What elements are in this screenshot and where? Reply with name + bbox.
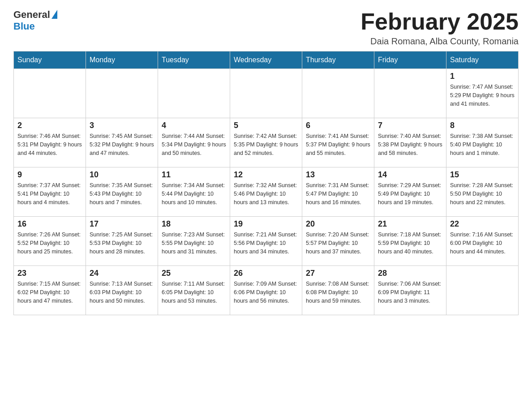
calendar-week-row: 2Sunrise: 7:46 AM Sunset: 5:31 PM Daylig… [14, 118, 519, 167]
day-info: Sunrise: 7:21 AM Sunset: 5:56 PM Dayligh… [234, 231, 298, 256]
calendar-cell: 1Sunrise: 7:47 AM Sunset: 5:29 PM Daylig… [446, 69, 519, 118]
calendar-cell: 21Sunrise: 7:18 AM Sunset: 5:59 PM Dayli… [374, 217, 446, 266]
calendar-week-row: 23Sunrise: 7:15 AM Sunset: 6:02 PM Dayli… [14, 266, 519, 315]
day-info: Sunrise: 7:35 AM Sunset: 5:43 PM Dayligh… [90, 181, 154, 206]
day-number: 8 [450, 121, 515, 130]
day-of-week-header: Monday [86, 51, 158, 69]
calendar-cell: 24Sunrise: 7:13 AM Sunset: 6:03 PM Dayli… [86, 266, 158, 315]
day-info: Sunrise: 7:16 AM Sunset: 6:00 PM Dayligh… [450, 231, 515, 256]
day-info: Sunrise: 7:45 AM Sunset: 5:32 PM Dayligh… [90, 132, 154, 157]
calendar-cell: 22Sunrise: 7:16 AM Sunset: 6:00 PM Dayli… [446, 217, 519, 266]
day-number: 9 [17, 170, 82, 180]
calendar-cell [158, 69, 230, 118]
day-number: 27 [306, 269, 370, 278]
day-number: 13 [306, 170, 370, 180]
calendar-cell: 17Sunrise: 7:25 AM Sunset: 5:53 PM Dayli… [86, 217, 158, 266]
day-number: 11 [162, 170, 226, 180]
day-number: 26 [234, 269, 298, 278]
day-of-week-header: Sunday [14, 51, 86, 69]
calendar-cell: 4Sunrise: 7:44 AM Sunset: 5:34 PM Daylig… [158, 118, 230, 167]
calendar-cell: 3Sunrise: 7:45 AM Sunset: 5:32 PM Daylig… [86, 118, 158, 167]
calendar-cell [446, 266, 519, 315]
calendar-cell: 23Sunrise: 7:15 AM Sunset: 6:02 PM Dayli… [14, 266, 86, 315]
day-info: Sunrise: 7:38 AM Sunset: 5:40 PM Dayligh… [450, 132, 515, 157]
day-info: Sunrise: 7:42 AM Sunset: 5:35 PM Dayligh… [234, 132, 298, 157]
calendar-cell: 18Sunrise: 7:23 AM Sunset: 5:55 PM Dayli… [158, 217, 230, 266]
calendar-table: SundayMondayTuesdayWednesdayThursdayFrid… [13, 51, 519, 315]
day-number: 2 [17, 121, 82, 130]
day-of-week-header: Thursday [302, 51, 374, 69]
day-number: 3 [90, 121, 154, 130]
calendar-cell: 2Sunrise: 7:46 AM Sunset: 5:31 PM Daylig… [14, 118, 86, 167]
month-title: February 2025 [360, 9, 519, 34]
day-info: Sunrise: 7:23 AM Sunset: 5:55 PM Dayligh… [162, 231, 226, 256]
day-info: Sunrise: 7:09 AM Sunset: 6:06 PM Dayligh… [234, 280, 298, 305]
day-number: 17 [90, 219, 154, 229]
day-info: Sunrise: 7:26 AM Sunset: 5:52 PM Dayligh… [17, 231, 82, 256]
day-info: Sunrise: 7:25 AM Sunset: 5:53 PM Dayligh… [90, 231, 154, 256]
day-number: 23 [17, 269, 82, 278]
day-number: 28 [378, 269, 442, 278]
logo-general-text: General [13, 9, 50, 21]
day-info: Sunrise: 7:18 AM Sunset: 5:59 PM Dayligh… [378, 231, 442, 256]
day-number: 24 [90, 269, 154, 278]
day-number: 14 [378, 170, 442, 180]
day-number: 1 [450, 72, 515, 81]
day-info: Sunrise: 7:13 AM Sunset: 6:03 PM Dayligh… [90, 280, 154, 305]
calendar-cell [302, 69, 374, 118]
calendar-week-row: 16Sunrise: 7:26 AM Sunset: 5:52 PM Dayli… [14, 217, 519, 266]
calendar-cell: 5Sunrise: 7:42 AM Sunset: 5:35 PM Daylig… [230, 118, 302, 167]
day-number: 15 [450, 170, 515, 180]
day-info: Sunrise: 7:40 AM Sunset: 5:38 PM Dayligh… [378, 132, 442, 157]
day-number: 21 [378, 219, 442, 229]
calendar-header-row: SundayMondayTuesdayWednesdayThursdayFrid… [14, 51, 519, 69]
day-info: Sunrise: 7:15 AM Sunset: 6:02 PM Dayligh… [17, 280, 82, 305]
calendar-cell: 27Sunrise: 7:08 AM Sunset: 6:08 PM Dayli… [302, 266, 374, 315]
day-number: 6 [306, 121, 370, 130]
logo-triangle-icon [51, 10, 57, 19]
day-number: 22 [450, 219, 515, 229]
day-of-week-header: Wednesday [230, 51, 302, 69]
calendar-week-row: 1Sunrise: 7:47 AM Sunset: 5:29 PM Daylig… [14, 69, 519, 118]
calendar-cell: 13Sunrise: 7:31 AM Sunset: 5:47 PM Dayli… [302, 167, 374, 217]
day-info: Sunrise: 7:44 AM Sunset: 5:34 PM Dayligh… [162, 132, 226, 157]
calendar-cell: 19Sunrise: 7:21 AM Sunset: 5:56 PM Dayli… [230, 217, 302, 266]
calendar-cell: 20Sunrise: 7:20 AM Sunset: 5:57 PM Dayli… [302, 217, 374, 266]
location-subtitle: Daia Romana, Alba County, Romania [360, 36, 519, 47]
title-section: February 2025 Daia Romana, Alba County, … [360, 9, 519, 47]
day-info: Sunrise: 7:08 AM Sunset: 6:08 PM Dayligh… [306, 280, 370, 305]
calendar-cell: 11Sunrise: 7:34 AM Sunset: 5:44 PM Dayli… [158, 167, 230, 217]
calendar-cell: 6Sunrise: 7:41 AM Sunset: 5:37 PM Daylig… [302, 118, 374, 167]
day-number: 18 [162, 219, 226, 229]
day-info: Sunrise: 7:47 AM Sunset: 5:29 PM Dayligh… [450, 83, 515, 108]
day-number: 7 [378, 121, 442, 130]
calendar-cell: 7Sunrise: 7:40 AM Sunset: 5:38 PM Daylig… [374, 118, 446, 167]
calendar-cell: 16Sunrise: 7:26 AM Sunset: 5:52 PM Dayli… [14, 217, 86, 266]
calendar-cell [14, 69, 86, 118]
day-number: 20 [306, 219, 370, 229]
calendar-week-row: 9Sunrise: 7:37 AM Sunset: 5:41 PM Daylig… [14, 167, 519, 217]
calendar-cell: 9Sunrise: 7:37 AM Sunset: 5:41 PM Daylig… [14, 167, 86, 217]
calendar-cell: 15Sunrise: 7:28 AM Sunset: 5:50 PM Dayli… [446, 167, 519, 217]
day-info: Sunrise: 7:20 AM Sunset: 5:57 PM Dayligh… [306, 231, 370, 256]
day-info: Sunrise: 7:37 AM Sunset: 5:41 PM Dayligh… [17, 181, 82, 206]
logo: General Blue [13, 9, 57, 32]
day-info: Sunrise: 7:34 AM Sunset: 5:44 PM Dayligh… [162, 181, 226, 206]
logo-blue-text: Blue [13, 21, 35, 32]
calendar-cell: 8Sunrise: 7:38 AM Sunset: 5:40 PM Daylig… [446, 118, 519, 167]
day-of-week-header: Saturday [446, 51, 519, 69]
day-info: Sunrise: 7:29 AM Sunset: 5:49 PM Dayligh… [378, 181, 442, 206]
calendar-cell [230, 69, 302, 118]
day-info: Sunrise: 7:41 AM Sunset: 5:37 PM Dayligh… [306, 132, 370, 157]
calendar-cell: 26Sunrise: 7:09 AM Sunset: 6:06 PM Dayli… [230, 266, 302, 315]
day-info: Sunrise: 7:32 AM Sunset: 5:46 PM Dayligh… [234, 181, 298, 206]
day-info: Sunrise: 7:46 AM Sunset: 5:31 PM Dayligh… [17, 132, 82, 157]
calendar-cell: 25Sunrise: 7:11 AM Sunset: 6:05 PM Dayli… [158, 266, 230, 315]
calendar-cell: 14Sunrise: 7:29 AM Sunset: 5:49 PM Dayli… [374, 167, 446, 217]
calendar-cell: 28Sunrise: 7:06 AM Sunset: 6:09 PM Dayli… [374, 266, 446, 315]
day-number: 19 [234, 219, 298, 229]
day-info: Sunrise: 7:11 AM Sunset: 6:05 PM Dayligh… [162, 280, 226, 305]
calendar-cell [86, 69, 158, 118]
day-number: 10 [90, 170, 154, 180]
day-info: Sunrise: 7:28 AM Sunset: 5:50 PM Dayligh… [450, 181, 515, 206]
